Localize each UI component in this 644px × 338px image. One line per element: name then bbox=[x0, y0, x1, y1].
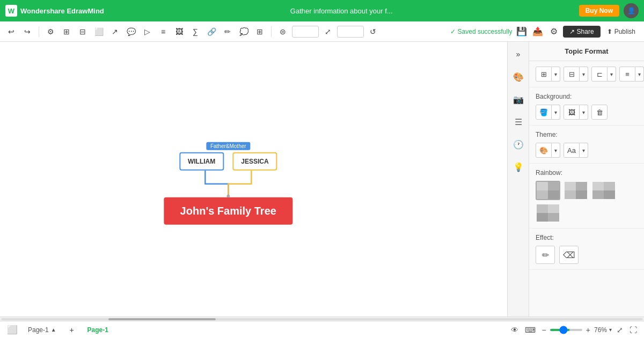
topbar-right-actions: Buy Now 👤 bbox=[579, 3, 639, 18]
callout-button[interactable]: 💬 bbox=[124, 25, 138, 39]
right-panel: Topic Format ⊞ ▾ ⊟ ▾ ⊏ ▾ ≡ ▾ bbox=[529, 42, 644, 317]
reset-button[interactable]: ↺ bbox=[366, 25, 380, 39]
settings-button[interactable]: ⚙ bbox=[547, 25, 561, 39]
layout-type-2-button[interactable]: ⊟ bbox=[564, 67, 580, 82]
format-icon[interactable]: 🎨 bbox=[510, 69, 526, 85]
logo-area: W Wondershare EdrawMind bbox=[5, 5, 104, 17]
william-node[interactable]: WILLIAM bbox=[179, 152, 224, 171]
style-button[interactable]: ⚙ bbox=[43, 25, 57, 39]
bulb-icon[interactable]: 💡 bbox=[510, 159, 526, 175]
rainbow-swatch-2[interactable] bbox=[564, 181, 588, 200]
layout-type-2-chevron[interactable]: ▾ bbox=[580, 67, 588, 82]
layout-type-1-group: ⊞ ▾ bbox=[536, 67, 560, 82]
zoom-slider[interactable] bbox=[550, 329, 582, 331]
layout-type-4-group: ≡ ▾ bbox=[619, 67, 644, 82]
layout-type-section: ⊞ ▾ ⊟ ▾ ⊏ ▾ ≡ ▾ bbox=[529, 61, 644, 87]
layout-type-4-button[interactable]: ≡ bbox=[619, 67, 635, 82]
collapse-panel-button[interactable]: » bbox=[510, 46, 526, 62]
rainbow-swatch-4[interactable] bbox=[536, 203, 560, 223]
buy-now-button[interactable]: Buy Now bbox=[579, 5, 619, 17]
clock-icon[interactable]: 🕐 bbox=[510, 136, 526, 152]
root-node[interactable]: John's Family Tree bbox=[164, 197, 292, 225]
panel-title: Topic Format bbox=[529, 42, 644, 61]
zoom-input-left[interactable] bbox=[292, 26, 319, 38]
publish-button[interactable]: ⬆ Publish bbox=[603, 26, 640, 38]
toolbar: ↩ ↪ ⚙ ⊞ ⊟ ⬜ ↗ 💬 ▷ ≡ 🖼 ∑ 🔗 ✏ 💭 ⊞ ⊜ ⤢ ↺ ✓ … bbox=[0, 21, 644, 42]
list-button[interactable]: ≡ bbox=[156, 25, 170, 39]
bottom-right-area: 👁 ⌨ − + 76% ▾ ⤢ ⛶ bbox=[509, 326, 639, 334]
image-button[interactable]: 🖼 bbox=[172, 25, 186, 39]
theme-text-group: Aa ▾ bbox=[564, 143, 588, 158]
connector-svg bbox=[182, 171, 274, 197]
formula-button[interactable]: ∑ bbox=[188, 25, 202, 39]
subtopic-button[interactable]: ⊟ bbox=[76, 25, 90, 39]
effect-pen-button[interactable]: ✏ bbox=[536, 246, 555, 264]
page-tab-1[interactable]: Page-1 ▲ bbox=[23, 325, 62, 335]
layout-type-1-button[interactable]: ⊞ bbox=[536, 67, 552, 82]
main-area: Father&Mother WILLIAM JESSICA John's F bbox=[0, 42, 644, 317]
keyboard-icon[interactable]: ⌨ bbox=[523, 326, 537, 334]
fit-width-icon[interactable]: ⤢ bbox=[615, 326, 625, 334]
topic-button[interactable]: ⊞ bbox=[60, 25, 74, 39]
theme-palette-chevron[interactable]: ▾ bbox=[552, 143, 560, 158]
camera-icon[interactable]: 📷 bbox=[510, 91, 526, 107]
topbar: W Wondershare EdrawMind Gather informati… bbox=[0, 0, 644, 21]
page-view-button[interactable]: ⬜ bbox=[5, 323, 19, 337]
layout-type-1-chevron[interactable]: ▾ bbox=[552, 67, 560, 82]
scroll-thumb[interactable] bbox=[108, 318, 216, 320]
zoom-in-button[interactable]: + bbox=[584, 326, 592, 334]
arrow-button[interactable]: ↗ bbox=[108, 25, 122, 39]
export-button[interactable]: 📤 bbox=[531, 25, 545, 39]
fit-button[interactable]: ⤢ bbox=[321, 25, 335, 39]
layout-type-3-button[interactable]: ⊏ bbox=[591, 67, 608, 82]
speech-button[interactable]: ▷ bbox=[140, 25, 154, 39]
horizontal-scrollbar[interactable] bbox=[0, 317, 644, 321]
redo-button[interactable]: ↪ bbox=[20, 25, 34, 39]
comment-button[interactable]: 💭 bbox=[237, 25, 251, 39]
effect-label: Effect: bbox=[536, 234, 638, 241]
check-icon: ✓ bbox=[450, 28, 456, 35]
rainbow-grid bbox=[536, 181, 638, 223]
user-avatar[interactable]: 👤 bbox=[624, 3, 639, 18]
toolbar-divider-1 bbox=[39, 26, 39, 37]
bg-fill-button[interactable]: 🪣 bbox=[536, 105, 552, 120]
save-cloud-button[interactable]: 💾 bbox=[515, 25, 529, 39]
theme-text-chevron[interactable]: ▾ bbox=[580, 143, 588, 158]
fullscreen-icon[interactable]: ⛶ bbox=[628, 326, 639, 334]
share-icon: ↗ bbox=[569, 28, 575, 35]
rainbow-label: Rainbow: bbox=[536, 169, 638, 177]
app-logo-icon: W bbox=[5, 5, 17, 17]
jessica-node[interactable]: JESSICA bbox=[232, 152, 277, 171]
document-title: Gather information about your f... bbox=[109, 7, 574, 15]
layout-type-4-chevron[interactable]: ▾ bbox=[635, 67, 644, 82]
bg-image-chevron[interactable]: ▾ bbox=[580, 105, 588, 120]
theme-palette-button[interactable]: 🎨 bbox=[536, 143, 552, 158]
eye-icon[interactable]: 👁 bbox=[509, 326, 520, 334]
shape-button[interactable]: ⬜ bbox=[92, 25, 106, 39]
layout-button[interactable]: ⊜ bbox=[276, 25, 290, 39]
bg-image-group: 🖼 ▾ bbox=[564, 105, 588, 120]
rainbow-swatch-3[interactable] bbox=[591, 181, 616, 200]
zoom-dropdown-icon[interactable]: ▾ bbox=[609, 327, 612, 333]
bg-image-button[interactable]: 🖼 bbox=[564, 105, 580, 120]
link-button[interactable]: 🔗 bbox=[204, 25, 218, 39]
effect-eraser-button[interactable]: ⌫ bbox=[559, 246, 579, 264]
layout-type-row: ⊞ ▾ ⊟ ▾ ⊏ ▾ ≡ ▾ bbox=[536, 67, 638, 82]
layout-type-3-chevron[interactable]: ▾ bbox=[608, 67, 616, 82]
table-button[interactable]: ⊞ bbox=[253, 25, 267, 39]
pen-button[interactable]: ✏ bbox=[221, 25, 235, 39]
zoom-input-right[interactable] bbox=[337, 26, 364, 38]
toolbar-divider-2 bbox=[271, 26, 272, 37]
list-icon[interactable]: ☰ bbox=[510, 114, 526, 130]
theme-text-button[interactable]: Aa bbox=[564, 143, 580, 158]
page-tab-active[interactable]: Page-1 bbox=[82, 325, 114, 335]
scroll-track[interactable] bbox=[1, 318, 643, 320]
canvas-area[interactable]: Father&Mother WILLIAM JESSICA John's F bbox=[0, 42, 507, 317]
share-button[interactable]: ↗ Share bbox=[563, 26, 601, 38]
rainbow-swatch-1[interactable] bbox=[536, 181, 560, 200]
undo-button[interactable]: ↩ bbox=[4, 25, 18, 39]
bg-fill-chevron[interactable]: ▾ bbox=[552, 105, 560, 120]
bg-clear-button[interactable]: 🗑 bbox=[591, 105, 608, 120]
add-page-button[interactable]: + bbox=[65, 323, 79, 337]
zoom-out-button[interactable]: − bbox=[540, 326, 548, 334]
